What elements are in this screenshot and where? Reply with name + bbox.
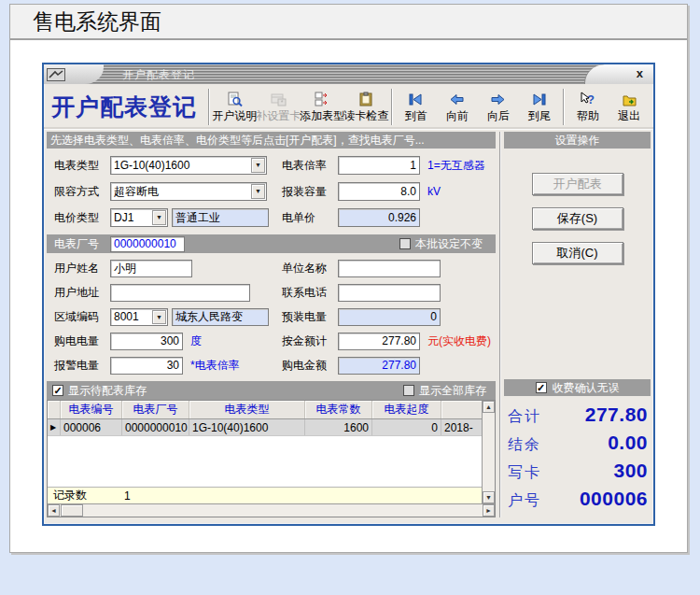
buy-qty-note: 度 <box>190 333 202 349</box>
factory-no-bar: 电表厂号 0000000010 本批设定不变 <box>47 234 496 253</box>
read-card-icon <box>358 92 374 108</box>
column-header-constant[interactable]: 电表常数 <box>305 401 372 418</box>
content-card: 售电系统界面 开户配表登记 x 开户配表登记 开户说明 <box>9 4 688 553</box>
exit-icon <box>622 92 637 108</box>
buy-qty-input[interactable]: 300 <box>110 333 183 350</box>
close-button[interactable]: x <box>634 66 646 81</box>
form-cell: 8001 ▼ 城东人民路变 <box>110 308 274 326</box>
table-row[interactable]: 000006 0000000010 1G-10(40)1600 1600 0 2… <box>48 419 482 436</box>
toolbar-separator <box>208 89 210 125</box>
scroll-down-icon[interactable]: ▼ <box>483 491 495 503</box>
show-pending-stock-label: 显示待配表库存 <box>68 383 147 399</box>
nav-next-icon <box>490 92 506 108</box>
help-button[interactable]: ? 帮助 <box>567 86 609 128</box>
hint-bar: 先选择电表类型、电表倍率、电价类型等后点击[开户配表]，查找电表厂号... <box>47 132 496 149</box>
toolbar-separator <box>391 89 393 125</box>
meter-stock-table: 电表编号 电表厂号 电表类型 电表常数 电表起度 000006 00000000 <box>47 400 496 517</box>
add-meter-type-button[interactable]: 添加表型 <box>301 86 344 128</box>
region-select[interactable]: 8001 ▼ <box>110 308 168 326</box>
table-header-row: 电表编号 电表厂号 电表类型 电表常数 电表起度 <box>48 401 482 419</box>
left-column: 先选择电表类型、电表倍率、电价类型等后点击[开户配表]，查找电表厂号... 电表… <box>47 132 496 517</box>
meter-type-value: 1G-10(40)1600 <box>114 159 189 172</box>
form-cell: 超容断电 ▼ <box>110 182 274 201</box>
total-row: 合计 277.80 <box>508 404 648 432</box>
form-row: 电表类型 1G-10(40)1600 ▼ 电表倍率 1 1=无互感器 <box>47 152 496 178</box>
table-vertical-scrollbar[interactable]: ▲ ▼ <box>482 401 495 503</box>
user-name-input[interactable]: 小明 <box>110 260 192 277</box>
total-row: 结余 0.00 <box>508 432 648 460</box>
column-header-meter-no[interactable]: 电表编号 <box>61 401 122 418</box>
scroll-right-icon[interactable]: ► <box>483 504 495 517</box>
batch-keep-checkbox[interactable] <box>399 238 411 249</box>
form-cell <box>110 284 274 302</box>
show-pending-stock-checkbox[interactable] <box>52 385 63 396</box>
scroll-left-icon[interactable]: ◄ <box>48 504 60 517</box>
nav-first-icon <box>408 92 424 108</box>
price-type-select[interactable]: DJ1 ▼ <box>110 208 168 227</box>
scroll-track[interactable] <box>83 504 483 517</box>
go-last-button[interactable]: 到尾 <box>519 86 560 128</box>
nav-prev-icon <box>449 92 465 108</box>
app-logo-icon <box>47 68 65 81</box>
button-label: 帮助 <box>577 108 599 124</box>
price-type-value: DJ1 <box>114 211 133 224</box>
alarm-qty-note: *电表倍率 <box>190 358 240 374</box>
by-amount-input[interactable]: 277.80 <box>338 333 420 350</box>
read-card-check-button[interactable]: 读卡检查 <box>344 86 388 128</box>
alarm-qty-input[interactable]: 30 <box>110 357 183 375</box>
batch-keep-group: 本批设定不变 <box>399 236 483 252</box>
batch-keep-label: 本批设定不变 <box>415 236 483 252</box>
region-value: 8001 <box>114 310 139 323</box>
column-header-meter-type[interactable]: 电表类型 <box>189 401 305 418</box>
go-first-button[interactable]: 到首 <box>396 86 437 128</box>
form-row: 限容方式 超容断电 ▼ 报装容量 8.0 kV <box>47 178 496 205</box>
scroll-track[interactable] <box>483 413 495 491</box>
titlebar-left-swoosh <box>44 64 104 84</box>
meter-type-select[interactable]: 1G-10(40)1600 ▼ <box>110 156 267 175</box>
capacity-input[interactable]: 8.0 <box>338 182 420 201</box>
buy-amount-field: 277.80 <box>338 357 420 375</box>
limit-mode-label: 限容方式 <box>54 184 110 200</box>
scroll-thumb[interactable] <box>61 504 83 517</box>
chevron-down-icon[interactable]: ▼ <box>152 210 166 225</box>
exit-button[interactable]: 退出 <box>609 86 650 128</box>
user-addr-label: 用户地址 <box>54 285 110 301</box>
scroll-up-icon[interactable]: ▲ <box>483 401 495 413</box>
chevron-down-icon[interactable]: ▼ <box>251 158 265 173</box>
limit-mode-select[interactable]: 超容断电 ▼ <box>110 182 267 201</box>
column-header-factory-no[interactable]: 电表厂号 <box>122 401 189 418</box>
go-prev-button[interactable]: 向前 <box>437 86 478 128</box>
window-titlebar[interactable]: 开户配表登记 x <box>44 64 653 84</box>
button-label: 到首 <box>405 108 427 124</box>
table-horizontal-scrollbar[interactable]: ◄ ► <box>48 503 495 517</box>
button-label: 读卡检查 <box>343 108 388 124</box>
user-addr-input[interactable] <box>110 284 250 302</box>
form-row: 区域编码 8001 ▼ 城东人民路变 预装电量 0 <box>47 305 496 329</box>
preset-qty-label: 预装电量 <box>282 309 338 325</box>
side-panel-header: 设置操作 <box>504 132 651 149</box>
user-name-label: 用户姓名 <box>54 261 110 276</box>
open-help-button[interactable]: 开户说明 <box>213 86 257 128</box>
nav-last-icon <box>531 92 547 108</box>
chevron-down-icon[interactable]: ▼ <box>251 184 265 199</box>
account-no-label: 户号 <box>508 491 541 511</box>
table-footer-row: 记录数 1 <box>48 487 482 503</box>
go-next-button[interactable]: 向后 <box>478 86 519 128</box>
help-icon: ? <box>581 92 596 108</box>
window-title: 开户配表登记 <box>122 67 195 83</box>
meter-ratio-input[interactable]: 1 <box>338 156 420 175</box>
total-value: 277.80 <box>585 404 648 426</box>
cancel-button[interactable]: 取消(C) <box>532 242 623 264</box>
show-all-stock-checkbox[interactable] <box>403 385 414 396</box>
form-row: 用户地址 联系电话 <box>47 280 496 305</box>
chevron-down-icon[interactable]: ▼ <box>152 310 166 324</box>
current-row-marker-icon <box>48 419 61 435</box>
save-button[interactable]: 保存(S) <box>532 207 623 230</box>
org-name-input[interactable] <box>338 260 441 277</box>
factory-no-input[interactable]: 0000000010 <box>110 236 185 252</box>
column-header-extra <box>441 401 482 418</box>
doc-search-icon <box>227 92 243 108</box>
fee-confirm-checkbox[interactable] <box>536 382 547 393</box>
column-header-start[interactable]: 电表起度 <box>372 401 441 418</box>
phone-input[interactable] <box>338 284 441 302</box>
